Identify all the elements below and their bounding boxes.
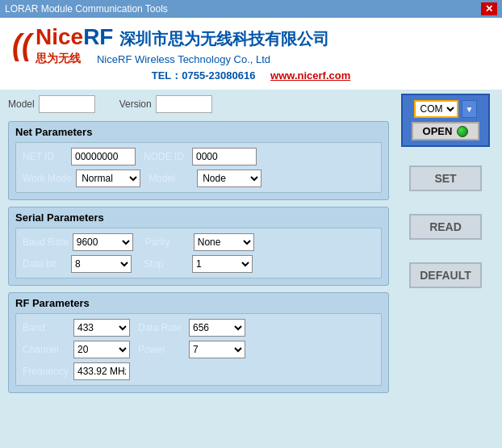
channel-field: Channel 1 2 5 10 20 50 100 bbox=[23, 341, 130, 358]
net-params-title: Net Parameters bbox=[15, 126, 382, 138]
header: (( NiceRF 深圳市思为无线科技有限公司 思为无线 NiceRF Wire… bbox=[0, 18, 502, 90]
header-top: (( NiceRF 深圳市思为无线科技有限公司 思为无线 NiceRF Wire… bbox=[12, 24, 490, 66]
header-tel: TEL：0755-23080616 www.nicerf.com bbox=[12, 66, 490, 86]
net-params-inner: NET ID NODE ID Work Mode Normal Transpar… bbox=[15, 142, 382, 193]
stop-label: Stop bbox=[144, 258, 188, 270]
node-id-field: NODE ID bbox=[144, 148, 257, 165]
rf-row1: Band 433 470 868 915 Data Rate 656 1312 bbox=[23, 319, 374, 337]
model-label: Model bbox=[8, 98, 35, 110]
logo-nice: Nice bbox=[36, 24, 83, 50]
com-area: COM1 COM2 COM3 COM4 ▼ OPEN bbox=[401, 94, 490, 147]
read-button[interactable]: READ bbox=[409, 214, 482, 240]
serial-row1: Baud Rate 1200 2400 4800 9600 19200 3840… bbox=[23, 233, 374, 251]
power-label: Power bbox=[138, 344, 185, 355]
logo-nicerf: NiceRF 深圳市思为无线科技有限公司 bbox=[36, 24, 329, 50]
logo-chinese-big: 深圳市思为无线科技有限公司 bbox=[119, 28, 329, 50]
data-bit-field: Data bit 5 6 7 8 bbox=[23, 255, 132, 273]
rf-params-title: RF Parameters bbox=[15, 297, 382, 309]
rf-row3: Frequency bbox=[23, 362, 374, 380]
model-version-row: Model Version bbox=[8, 94, 389, 115]
work-mode-select[interactable]: Normal Transparent Fixed bbox=[76, 170, 140, 187]
logo-arc-icon: (( bbox=[12, 31, 31, 60]
logo-text: NiceRF 深圳市思为无线科技有限公司 思为无线 NiceRF Wireles… bbox=[36, 24, 329, 66]
close-button[interactable]: ✕ bbox=[481, 2, 497, 15]
rf-params-inner: Band 433 470 868 915 Data Rate 656 1312 bbox=[15, 313, 382, 386]
net-model-field: Model Node Master Slave bbox=[149, 170, 261, 187]
logo-english: NiceRF Wireless Technology Co., Ltd bbox=[97, 53, 270, 65]
left-panel: Model Version Net Parameters NET ID NODE… bbox=[8, 94, 389, 400]
power-select[interactable]: 1 2 3 4 5 6 7 bbox=[189, 341, 245, 358]
set-button[interactable]: SET bbox=[409, 165, 482, 191]
logo-chinese-small: 思为无线 bbox=[36, 52, 81, 66]
frequency-field: Frequency bbox=[23, 362, 130, 380]
logo-rf: RF bbox=[83, 24, 113, 50]
net-id-input[interactable] bbox=[71, 148, 136, 165]
data-rate-field: Data Rate 656 1312 2625 5250 10500 21000 bbox=[138, 319, 245, 337]
serial-row2: Data bit 5 6 7 8 Stop 1 1.5 2 bbox=[23, 255, 374, 273]
com-select[interactable]: COM1 COM2 COM3 COM4 bbox=[414, 100, 458, 118]
tel-label: TEL：0755-23080616 bbox=[152, 69, 256, 82]
serial-params-inner: Baud Rate 1200 2400 4800 9600 19200 3840… bbox=[15, 228, 382, 278]
version-input[interactable] bbox=[156, 95, 212, 113]
data-bit-select[interactable]: 5 6 7 8 bbox=[71, 255, 132, 273]
baud-rate-field: Baud Rate 1200 2400 4800 9600 19200 3840… bbox=[23, 233, 133, 251]
serial-params-section: Serial Parameters Baud Rate 1200 2400 48… bbox=[8, 207, 389, 286]
band-select[interactable]: 433 470 868 915 bbox=[73, 319, 130, 337]
data-rate-label: Data Rate bbox=[138, 322, 185, 333]
net-model-select[interactable]: Node Master Slave bbox=[197, 170, 261, 187]
net-params-section: Net Parameters NET ID NODE ID Work Mode bbox=[8, 121, 389, 200]
parity-label: Parity bbox=[145, 237, 190, 248]
serial-params-title: Serial Parameters bbox=[15, 211, 382, 224]
parity-select[interactable]: None Odd Even bbox=[194, 233, 254, 251]
baud-rate-select[interactable]: 1200 2400 4800 9600 19200 38400 57600 11… bbox=[73, 233, 133, 251]
model-input[interactable] bbox=[39, 95, 95, 113]
com-select-row: COM1 COM2 COM3 COM4 ▼ bbox=[414, 100, 478, 118]
work-mode-row: Work Mode Normal Transparent Fixed Model… bbox=[23, 170, 374, 187]
baud-rate-label: Baud Rate bbox=[23, 237, 69, 248]
net-id-row: NET ID NODE ID bbox=[23, 148, 374, 165]
power-field: Power 1 2 3 4 5 6 7 bbox=[138, 341, 245, 358]
node-id-input[interactable] bbox=[192, 148, 257, 165]
channel-select[interactable]: 1 2 5 10 20 50 100 bbox=[73, 341, 130, 358]
rf-params-section: RF Parameters Band 433 470 868 915 Data … bbox=[8, 292, 389, 393]
band-label: Band bbox=[23, 322, 69, 333]
work-mode-field: Work Mode Normal Transparent Fixed bbox=[23, 170, 140, 187]
led-indicator bbox=[457, 126, 468, 137]
data-bit-label: Data bit bbox=[23, 258, 67, 270]
net-model-label: Model bbox=[149, 173, 193, 184]
net-id-label: NET ID bbox=[23, 151, 67, 162]
rf-row2: Channel 1 2 5 10 20 50 100 Power bbox=[23, 341, 374, 358]
version-label: Version bbox=[119, 98, 152, 110]
stop-select[interactable]: 1 1.5 2 bbox=[192, 255, 253, 273]
work-mode-label: Work Mode bbox=[23, 173, 72, 184]
channel-label: Channel bbox=[23, 344, 69, 355]
frequency-input[interactable] bbox=[73, 362, 130, 380]
open-label: OPEN bbox=[423, 125, 453, 137]
data-rate-select[interactable]: 656 1312 2625 5250 10500 21000 bbox=[189, 319, 245, 337]
right-panel: COM1 COM2 COM3 COM4 ▼ OPEN SET READ DEFA… bbox=[397, 94, 494, 400]
node-id-label: NODE ID bbox=[144, 151, 188, 162]
logo-sub: 思为无线 NiceRF Wireless Technology Co., Ltd bbox=[36, 52, 329, 66]
band-field: Band 433 470 868 915 bbox=[23, 319, 130, 337]
com-dropdown-button[interactable]: ▼ bbox=[462, 100, 478, 118]
website-link[interactable]: www.nicerf.com bbox=[270, 69, 350, 82]
main-content: Model Version Net Parameters NET ID NODE… bbox=[0, 90, 502, 404]
net-id-field: NET ID bbox=[23, 148, 136, 165]
parity-field: Parity None Odd Even bbox=[145, 233, 254, 251]
title-bar: LORAR Module Communication Tools ✕ bbox=[0, 0, 502, 18]
default-button[interactable]: DEFAULT bbox=[409, 262, 482, 288]
stop-field: Stop 1 1.5 2 bbox=[144, 255, 253, 273]
title-bar-text: LORAR Module Communication Tools bbox=[5, 3, 168, 15]
open-button[interactable]: OPEN bbox=[412, 122, 480, 140]
frequency-label: Frequency bbox=[23, 366, 69, 377]
